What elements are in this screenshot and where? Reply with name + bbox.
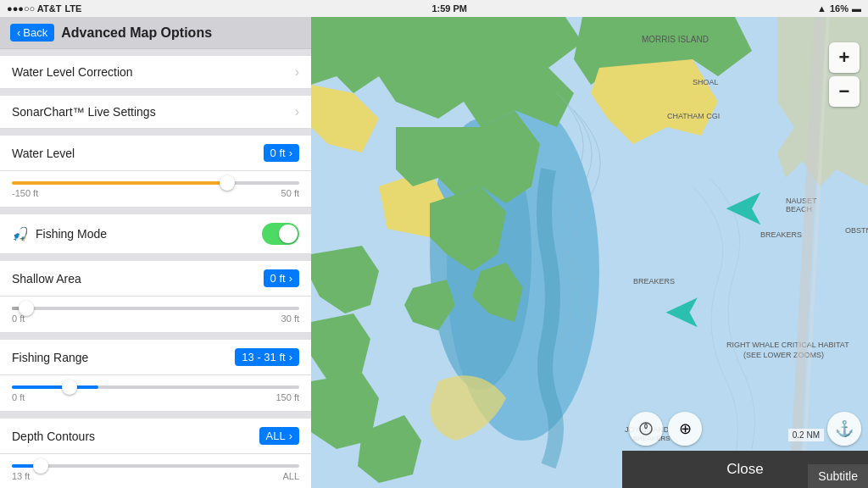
water-level-correction-label: Water Level Correction bbox=[12, 65, 133, 79]
sonar-button[interactable] bbox=[629, 412, 663, 446]
fishing-range-row: Fishing Range 13 - 31 ft › bbox=[0, 340, 311, 375]
svg-text:OBSTN: OBSTN bbox=[845, 226, 868, 235]
fishing-range-labels: 0 ft 150 ft bbox=[12, 392, 299, 402]
water-level-slider-container: -150 ft 50 ft bbox=[0, 171, 311, 208]
fishing-hook-icon: 🎣 bbox=[12, 226, 29, 242]
status-bar: ●●●○○ AT&T LTE 1:59 PM ▲ 16% ▬ bbox=[0, 0, 868, 17]
sonarchart-live-row[interactable]: SonarChart™ Live Settings › bbox=[0, 96, 311, 129]
map-arrow-left: ➤ bbox=[664, 288, 703, 335]
divider-4 bbox=[0, 208, 311, 214]
shallow-area-badge[interactable]: 0 ft › bbox=[264, 269, 299, 287]
svg-text:RIGHT WHALE CRITICAL HABITAT: RIGHT WHALE CRITICAL HABITAT bbox=[726, 341, 849, 349]
divider-3 bbox=[0, 129, 311, 136]
water-level-badge[interactable]: 0 ft › bbox=[264, 144, 299, 162]
shallow-area-track bbox=[12, 307, 299, 310]
shallow-area-slider-container: 0 ft 30 ft bbox=[0, 297, 311, 333]
sonarchart-live-label: SonarChart™ Live Settings bbox=[12, 105, 156, 119]
depth-contours-track bbox=[12, 464, 299, 468]
fishing-range-fill bbox=[12, 385, 98, 389]
subtitle-overlay: Subtitle bbox=[808, 464, 868, 488]
depth-contours-badge[interactable]: ALL › bbox=[259, 427, 299, 445]
water-level-label: Water Level bbox=[12, 147, 75, 160]
panel-header: ‹ Back Advanced Map Options bbox=[0, 17, 311, 49]
water-level-correction-chevron: › bbox=[295, 64, 299, 80]
divider-5 bbox=[0, 254, 311, 261]
fishing-range-label: Fishing Range bbox=[12, 351, 88, 364]
divider-7 bbox=[0, 412, 311, 419]
depth-contours-row: Depth Contours ALL › bbox=[0, 419, 311, 454]
map-controls: + − bbox=[829, 42, 860, 107]
shallow-area-thumb[interactable] bbox=[19, 301, 34, 316]
fishing-mode-toggle[interactable] bbox=[262, 223, 299, 245]
svg-text:SHOAL: SHOAL bbox=[693, 78, 719, 86]
depth-contours-labels: 13 ft ALL bbox=[12, 471, 299, 481]
compass-button[interactable]: ⊕ bbox=[668, 412, 702, 446]
map-bottom-left-controls: ⊕ bbox=[629, 412, 702, 446]
divider-2 bbox=[0, 89, 311, 96]
fishing-range-track bbox=[12, 385, 299, 389]
svg-text:BREAKERS: BREAKERS bbox=[760, 230, 802, 239]
fishing-range-slider-container: 0 ft 150 ft bbox=[0, 375, 311, 412]
scale-indicator: 0.2 NM bbox=[788, 429, 824, 441]
zoom-in-button[interactable]: + bbox=[829, 42, 860, 73]
map-area: MORRIS ISLAND SHOAL CHATHAM CGI NAUSET B… bbox=[311, 17, 868, 488]
water-level-row: Water Level 0 ft › bbox=[0, 136, 311, 171]
signal-icon: ▲ bbox=[817, 3, 826, 14]
settings-panel: ‹ Back Advanced Map Options Water Level … bbox=[0, 17, 311, 488]
back-chevron: ‹ bbox=[17, 26, 20, 39]
shallow-area-label: Shallow Area bbox=[12, 272, 81, 286]
status-right: ▲ 16% ▬ bbox=[817, 3, 861, 14]
depth-contours-slider-container: 13 ft ALL bbox=[0, 454, 311, 488]
network-type: LTE bbox=[64, 3, 81, 14]
fishing-range-badge[interactable]: 13 - 31 ft › bbox=[235, 348, 299, 366]
time-display: 1:59 PM bbox=[431, 3, 467, 14]
sonarchart-live-chevron: › bbox=[295, 104, 299, 119]
status-left: ●●●○○ AT&T LTE bbox=[7, 3, 81, 14]
water-level-correction-row[interactable]: Water Level Correction › bbox=[0, 56, 311, 89]
battery-icon: ▬ bbox=[852, 3, 861, 14]
shallow-area-labels: 0 ft 30 ft bbox=[12, 313, 299, 324]
svg-text:MORRIS ISLAND: MORRIS ISLAND bbox=[642, 35, 709, 44]
water-level-labels: -150 ft 50 ft bbox=[12, 188, 299, 198]
shallow-area-row: Shallow Area 0 ft › bbox=[0, 261, 311, 297]
map-arrow-right: ➤ bbox=[724, 182, 766, 233]
svg-text:CHATHAM CGI: CHATHAM CGI bbox=[667, 112, 720, 120]
carrier-text: ●●●○○ AT&T bbox=[7, 3, 61, 14]
depth-contours-label: Depth Contours bbox=[12, 430, 95, 443]
map-bottom-right-controls: ⚓ bbox=[827, 412, 861, 446]
svg-text:(SEE LOWER ZOOMS): (SEE LOWER ZOOMS) bbox=[743, 351, 824, 359]
fishing-mode-row: 🎣 Fishing Mode bbox=[0, 214, 311, 254]
divider-1 bbox=[0, 49, 311, 56]
subtitle-text: Subtitle bbox=[818, 469, 858, 483]
water-level-fill bbox=[12, 181, 227, 185]
water-level-track bbox=[12, 181, 299, 185]
panel-title: Advanced Map Options bbox=[61, 25, 212, 41]
zoom-out-button[interactable]: − bbox=[829, 76, 860, 107]
water-level-thumb[interactable] bbox=[220, 175, 235, 191]
anchor-button[interactable]: ⚓ bbox=[827, 412, 861, 446]
divider-6 bbox=[0, 333, 311, 340]
depth-contours-thumb[interactable] bbox=[33, 458, 48, 474]
back-button[interactable]: ‹ Back bbox=[10, 24, 54, 42]
fishing-range-thumb[interactable] bbox=[62, 380, 77, 395]
fishing-mode-label: 🎣 Fishing Mode bbox=[12, 226, 107, 242]
toggle-knob bbox=[279, 225, 298, 243]
battery-text: 16% bbox=[830, 3, 849, 14]
